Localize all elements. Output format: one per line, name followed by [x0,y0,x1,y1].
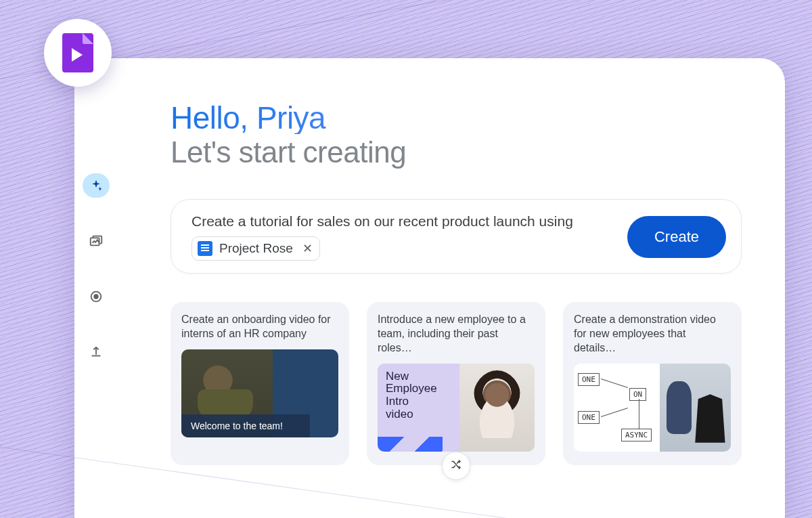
svg-point-2 [94,295,98,299]
remove-chip-icon[interactable]: ✕ [300,241,313,256]
suggestion-thumbnail: ONE ON ONE ASYNC [574,364,731,452]
record-icon [89,289,104,304]
suggestion-card-3[interactable]: Create a demonstration video for new emp… [563,302,742,465]
background: Hello, Priya Let's start creating Create… [0,0,812,518]
app-badge [44,19,112,87]
prompt-text: Create a tutorial for sales on our recen… [191,213,611,230]
diagram-node: ONE [578,411,600,424]
shuffle-icon [450,458,462,473]
shuffle-button[interactable] [442,452,470,480]
sidebar [74,58,118,518]
upload-icon [89,345,104,360]
suggestion-title: Create a demonstration video for new emp… [574,313,731,355]
greeting: Hello, Priya [171,102,742,134]
sidebar-item-upload[interactable] [83,340,110,364]
chip-label: Project Rose [219,241,293,256]
gallery-icon [89,234,104,249]
google-vids-icon [62,33,93,72]
thumbnail-caption: Welcome to the team! [181,414,310,437]
attachment-chip[interactable]: Project Rose ✕ [191,236,320,261]
diagram: ONE ON ONE ASYNC [574,364,660,452]
thumbnail-overlay-text: New Employee Intro video [386,370,454,421]
prompt-card: Create a tutorial for sales on our recen… [171,199,742,274]
suggestion-title: Create an onboarding video for interns o… [181,313,338,341]
prompt-content[interactable]: Create a tutorial for sales on our recen… [191,213,611,261]
diagram-node: ASYNC [621,429,652,441]
sidebar-item-record[interactable] [83,284,110,309]
suggestion-thumbnail: New Employee Intro video [378,364,535,452]
main-content: Hello, Priya Let's start creating Create… [118,58,785,518]
suggestion-card-1[interactable]: Create an onboarding video for interns o… [171,302,349,465]
suggestions-row: Create an onboarding video for interns o… [171,302,742,465]
suggestion-title: Introduce a new employee to a team, incl… [378,313,535,355]
sidebar-item-ai-home[interactable] [83,173,110,198]
diagram-node: ON [629,388,646,401]
app-window: Hello, Priya Let's start creating Create… [74,58,785,518]
suggestion-card-2[interactable]: Introduce a new employee to a team, incl… [367,302,545,465]
sidebar-item-templates[interactable] [83,229,110,253]
google-doc-icon [198,241,212,256]
suggestion-thumbnail: Welcome to the team! [181,349,338,437]
diagram-node: ONE [578,373,600,386]
create-button[interactable]: Create [627,216,726,258]
subtitle: Let's start creating [171,135,742,169]
sparkle-icon [89,179,103,192]
